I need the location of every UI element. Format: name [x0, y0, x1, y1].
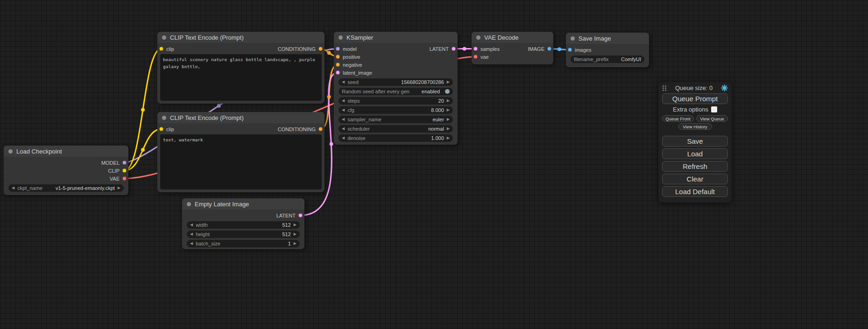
collapse-dot-icon[interactable]	[8, 149, 13, 154]
increment-arrow-icon[interactable]	[447, 127, 450, 131]
widget-sampler-name[interactable]: sampler_name euler	[339, 116, 453, 123]
increment-arrow-icon[interactable]	[294, 223, 296, 227]
collapse-dot-icon[interactable]	[187, 202, 191, 206]
node-title: Save Image	[579, 35, 611, 42]
node-vae-decode[interactable]: VAE Decode samples IMAGE vae	[472, 32, 553, 64]
input-dot-negative[interactable]	[336, 63, 340, 67]
decrement-arrow-icon[interactable]	[190, 242, 193, 245]
input-dot-images[interactable]	[568, 48, 572, 52]
widget-steps[interactable]: steps 20	[339, 97, 453, 105]
output-dot-conditioning[interactable]	[318, 127, 323, 131]
node-title: Load Checkpoint	[16, 148, 62, 155]
node-title-bar[interactable]: Load Checkpoint	[4, 146, 128, 157]
widget-scheduler[interactable]: scheduler normal	[339, 125, 453, 133]
increment-arrow-icon[interactable]	[447, 108, 450, 112]
output-dot-image[interactable]	[547, 47, 551, 51]
decrement-arrow-icon[interactable]	[12, 186, 14, 190]
settings-gear-icon[interactable]	[721, 84, 728, 91]
clear-button[interactable]: Clear	[662, 174, 728, 184]
decrement-arrow-icon[interactable]	[342, 118, 345, 121]
node-title-bar[interactable]: Save Image	[566, 33, 649, 44]
output-dot-clip[interactable]	[122, 168, 127, 173]
input-dot-positive[interactable]	[336, 55, 340, 59]
menu-header: Queue size: 0	[658, 82, 732, 93]
input-slot-vae: vae	[472, 53, 553, 61]
increment-arrow-icon[interactable]	[118, 186, 120, 190]
collapse-dot-icon[interactable]	[339, 35, 343, 40]
node-title-bar[interactable]: VAE Decode	[472, 32, 553, 43]
input-dot-clip[interactable]	[159, 127, 163, 131]
collapse-dot-icon[interactable]	[476, 35, 480, 40]
output-dot-model[interactable]	[122, 161, 127, 165]
increment-arrow-icon[interactable]	[294, 232, 296, 236]
widget-denoise[interactable]: denoise 1.000	[339, 134, 453, 142]
node-clip-text-encode-positive[interactable]: CLIP Text Encode (Prompt) clip CONDITION…	[157, 32, 325, 104]
node-title-bar[interactable]: KSampler	[334, 32, 458, 43]
input-dot-model[interactable]	[336, 47, 340, 51]
widget-ckpt-name[interactable]: ckpt_name v1-5-pruned-emaonly.ckpt	[8, 184, 124, 192]
save-button[interactable]: Save	[662, 136, 728, 147]
widget-cfg[interactable]: cfg 8.000	[339, 106, 453, 114]
node-title-bar[interactable]: Empty Latent Image	[182, 198, 304, 210]
toggle-dot-icon[interactable]	[445, 89, 450, 94]
comfyui-canvas[interactable]: Load Checkpoint MODEL CLIP VAE ckpt_name…	[0, 0, 868, 329]
node-title-bar[interactable]: CLIP Text Encode (Prompt)	[157, 112, 325, 123]
output-slot-clip: CLIP	[4, 167, 128, 175]
prompt-textarea[interactable]: text, watermark	[160, 134, 322, 189]
menu-spacer	[658, 131, 732, 136]
widget-height[interactable]: height 512	[187, 231, 300, 238]
view-queue-button[interactable]: View Queue	[696, 115, 728, 122]
view-history-button[interactable]: View History	[678, 123, 712, 130]
increment-arrow-icon[interactable]	[294, 242, 296, 245]
widget-width[interactable]: width 512	[187, 221, 300, 229]
link-center-dot	[327, 51, 331, 55]
load-button[interactable]: Load	[662, 148, 728, 159]
widget-batch-size[interactable]: batch_size 1	[187, 240, 300, 247]
widget-random-seed-toggle[interactable]: Random seed after every gen enabled	[339, 88, 453, 95]
extra-options-label: Extra options	[673, 106, 708, 113]
increment-arrow-icon[interactable]	[447, 118, 450, 121]
input-dot-clip[interactable]	[159, 47, 163, 51]
queue-prompt-button[interactable]: Queue Prompt	[662, 93, 728, 104]
prompt-textarea[interactable]: beautiful scenery nature glass bottle la…	[160, 54, 322, 101]
node-empty-latent-image[interactable]: Empty Latent Image LATENT width 512 heig…	[182, 198, 304, 249]
node-save-image[interactable]: Save Image images filename_prefix ComfyU…	[566, 33, 649, 67]
increment-arrow-icon[interactable]	[447, 136, 450, 140]
link-center-dot	[141, 108, 145, 112]
decrement-arrow-icon[interactable]	[190, 223, 193, 227]
decrement-arrow-icon[interactable]	[190, 232, 193, 236]
node-ksampler[interactable]: KSampler model LATENT positive negative …	[334, 32, 458, 145]
decrement-arrow-icon[interactable]	[342, 80, 345, 84]
decrement-arrow-icon[interactable]	[342, 136, 345, 140]
output-slot-vae: VAE	[4, 175, 128, 182]
output-dot-latent[interactable]	[452, 47, 456, 51]
widget-filename-prefix[interactable]: filename_prefix ComfyUI	[571, 56, 644, 63]
increment-arrow-icon[interactable]	[447, 80, 450, 84]
refresh-button[interactable]: Refresh	[662, 161, 728, 172]
output-dot-conditioning[interactable]	[318, 47, 323, 51]
decrement-arrow-icon[interactable]	[342, 99, 345, 103]
load-default-button[interactable]: Load Default	[662, 186, 728, 197]
input-dot-vae[interactable]	[473, 55, 478, 59]
collapse-dot-icon[interactable]	[162, 116, 166, 120]
extra-options-checkbox[interactable]	[711, 106, 717, 112]
input-dot-latent-image[interactable]	[336, 70, 340, 75]
output-dot-vae[interactable]	[122, 176, 127, 181]
link-center-dot	[463, 47, 466, 51]
node-clip-text-encode-negative[interactable]: CLIP Text Encode (Prompt) clip CONDITION…	[157, 112, 325, 192]
increment-arrow-icon[interactable]	[447, 99, 450, 103]
link-center-dot	[557, 48, 561, 51]
input-dot-samples[interactable]	[473, 47, 478, 51]
collapse-dot-icon[interactable]	[571, 36, 575, 41]
output-slot-model: MODEL	[4, 159, 128, 167]
collapse-dot-icon[interactable]	[162, 35, 166, 40]
drag-handle-icon[interactable]	[662, 85, 667, 91]
node-title-bar[interactable]: CLIP Text Encode (Prompt)	[157, 32, 325, 43]
queue-front-button[interactable]: Queue Front	[662, 115, 694, 122]
queue-menu-panel: Queue size: 0 Queue Prompt Extra options…	[658, 82, 732, 203]
decrement-arrow-icon[interactable]	[342, 108, 345, 112]
node-load-checkpoint[interactable]: Load Checkpoint MODEL CLIP VAE ckpt_name…	[4, 146, 128, 195]
decrement-arrow-icon[interactable]	[342, 127, 345, 131]
widget-seed[interactable]: seed 156680208700286	[339, 78, 453, 86]
output-dot-latent[interactable]	[298, 213, 303, 217]
